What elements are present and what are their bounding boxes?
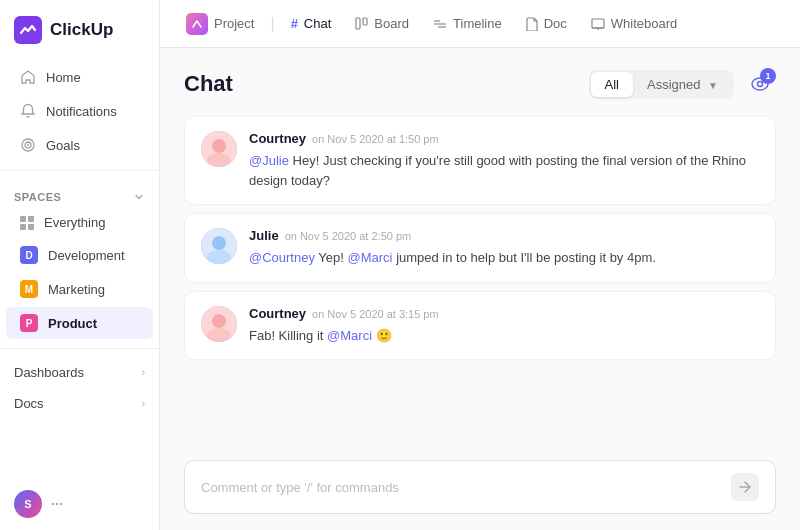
julie-avatar [201,228,237,264]
sidebar-bottom: S [0,478,159,530]
mention-marci: @Marci [348,250,393,265]
filter-assigned-button[interactable]: Assigned ▼ [633,72,732,97]
chat-input-area: Comment or type '/' for commands [160,448,800,530]
nav-goals-label: Goals [46,138,80,153]
message-meta: Julie on Nov 5 2020 at 2:50 pm [249,228,759,243]
tab-doc-label: Doc [544,16,567,31]
spaces-header: Spaces [0,179,159,207]
nav-home[interactable]: Home [6,61,153,93]
tab-whiteboard-label: Whiteboard [611,16,677,31]
topnav-project[interactable]: Project [176,7,264,41]
user-avatar[interactable]: S [14,490,42,518]
tab-chat-label: Chat [304,16,331,31]
chevron-right-icon: › [142,367,145,378]
sidebar-item-product-label: Product [48,316,97,331]
message-body: Hey! Just checking if you're still good … [249,153,746,188]
more-icon[interactable] [50,497,64,511]
app-name: ClickUp [50,20,113,40]
sidebar-divider-1 [0,170,159,171]
nav-home-label: Home [46,70,81,85]
messages-list: Courtney on Nov 5 2020 at 1:50 pm @Julie… [184,116,776,448]
nav-notifications-label: Notifications [46,104,117,119]
space-dot-dev: D [20,246,38,264]
filter-assigned-chevron: ▼ [708,80,718,91]
space-dot-marketing: M [20,280,38,298]
send-icon [738,480,752,494]
mention-marci-2: @Marci [327,328,372,343]
sidebar-item-development[interactable]: D Development [6,239,153,271]
message-content: Courtney on Nov 5 2020 at 1:50 pm @Julie… [249,131,759,190]
message-card: Courtney on Nov 5 2020 at 3:15 pm Fab! K… [184,291,776,361]
tab-timeline[interactable]: Timeline [423,10,512,37]
chat-input-box[interactable]: Comment or type '/' for commands [184,460,776,514]
svg-rect-12 [592,19,604,28]
bell-icon [20,103,36,119]
courtney-avatar-2 [201,306,237,342]
svg-point-24 [212,314,226,328]
message-author: Courtney [249,306,306,321]
nav-goals[interactable]: Goals [6,129,153,161]
message-body-fab: Fab! Killing it [249,328,327,343]
message-time: on Nov 5 2020 at 2:50 pm [285,230,412,242]
chat-tab-icon: # [291,16,298,31]
nav-separator: | [268,15,276,33]
message-meta: Courtney on Nov 5 2020 at 3:15 pm [249,306,759,321]
svg-rect-8 [363,18,367,25]
sidebar-item-product[interactable]: P Product [6,307,153,339]
logo-area: ClickUp [0,0,159,60]
send-button[interactable] [731,473,759,501]
board-icon [355,17,368,30]
dashboards-label: Dashboards [14,365,84,380]
sidebar-item-marketing-label: Marketing [48,282,105,297]
message-emoji: 🙂 [376,328,392,343]
message-text: @Julie Hey! Just checking if you're stil… [249,151,759,190]
docs-label: Docs [14,396,44,411]
message-time: on Nov 5 2020 at 3:15 pm [312,308,439,320]
topnav-project-label: Project [214,16,254,31]
notification-button[interactable]: 1 [744,68,776,100]
tab-chat[interactable]: # Chat [281,10,342,37]
svg-point-16 [758,82,763,87]
project-icon [186,13,208,35]
tab-doc[interactable]: Doc [516,10,577,37]
message-text: Fab! Killing it @Marci 🙂 [249,326,759,346]
chevron-down-icon [133,191,145,203]
tab-board-label: Board [374,16,409,31]
sidebar-item-everything[interactable]: Everything [6,208,153,237]
svg-point-21 [212,236,226,250]
message-text: @Courtney Yep! @Marci jumped in to help … [249,248,759,268]
filter-assigned-label: Assigned [647,77,700,92]
chat-header: Chat All Assigned ▼ 1 [184,68,776,100]
avatar [201,306,237,342]
sidebar-item-marketing[interactable]: M Marketing [6,273,153,305]
space-dot-product: P [20,314,38,332]
message-content: Courtney on Nov 5 2020 at 3:15 pm Fab! K… [249,306,759,346]
sidebar-item-docs[interactable]: Docs › [0,388,159,419]
spaces-label: Spaces [14,191,61,203]
svg-point-6 [60,503,62,505]
timeline-icon [433,19,447,29]
tab-whiteboard[interactable]: Whiteboard [581,10,687,37]
sidebar: ClickUp Home Notifications Goals Spaces [0,0,160,530]
mention: @Courtney [249,250,315,265]
target-icon [20,137,36,153]
whiteboard-icon [591,18,605,30]
mention: @Julie [249,153,289,168]
filter-buttons: All Assigned ▼ [589,70,734,99]
doc-icon [526,17,538,31]
message-card: Courtney on Nov 5 2020 at 1:50 pm @Julie… [184,116,776,205]
tab-board[interactable]: Board [345,10,419,37]
avatar [201,131,237,167]
svg-point-3 [27,144,29,146]
tab-timeline-label: Timeline [453,16,502,31]
sidebar-item-dashboards[interactable]: Dashboards › [0,357,159,388]
nav-notifications[interactable]: Notifications [6,95,153,127]
avatar [201,228,237,264]
chat-input-placeholder: Comment or type '/' for commands [201,480,399,495]
notification-badge: 1 [760,68,776,84]
message-author: Courtney [249,131,306,146]
message-author: Julie [249,228,279,243]
message-card: Julie on Nov 5 2020 at 2:50 pm @Courtney… [184,213,776,283]
filter-all-button[interactable]: All [591,72,633,97]
message-body-2: jumped in to help but I'll be posting it… [396,250,656,265]
